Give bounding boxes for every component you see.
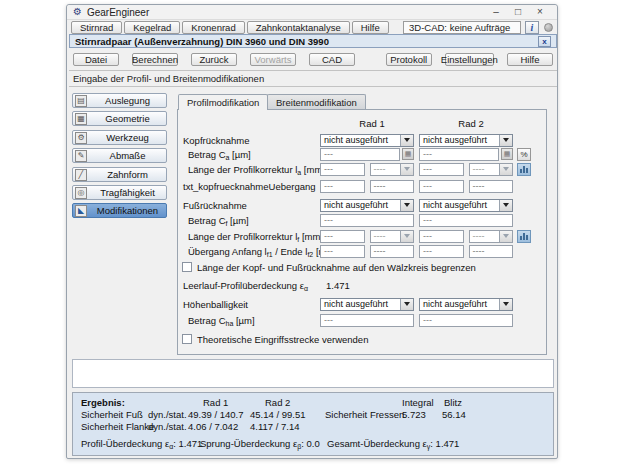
row-leerlauf-profilueberdeckung: Leerlauf-Profilüberdeckung εα 1.471 (178, 278, 546, 292)
sicherheit-fuss-mode: dyn./stat. (148, 409, 187, 420)
chevron-down-icon[interactable] (499, 135, 512, 146)
menu-stirnrad[interactable]: Stirnrad (71, 21, 122, 34)
status-indicator-dot (544, 23, 553, 32)
menu-kronenrad[interactable]: Kronenrad (182, 21, 244, 34)
betrag-ca-rad1-input[interactable]: --- (320, 148, 400, 161)
row-kopfruecknahme: Kopfrücknahme nicht ausgeführt nicht aus… (178, 133, 546, 147)
diagram-button[interactable] (517, 163, 531, 176)
chevron-down-icon (499, 164, 512, 175)
laenge-f-rad2-input[interactable]: --- (419, 230, 464, 243)
toolbar-cad-button[interactable]: CAD (309, 53, 355, 66)
toolbar-datei-button[interactable]: Datei (73, 53, 119, 66)
leerlauf-value: 1.471 (326, 280, 350, 291)
row-laenge-profilkorrektur-a: Länge der Profilkorrektur la [mm] --- --… (178, 162, 546, 176)
uebergang-kopf-input-4[interactable]: ---- (469, 180, 514, 193)
uebergang-kopf-input-1[interactable]: --- (320, 180, 365, 193)
laenge-f-rad1-input[interactable]: --- (320, 230, 365, 243)
row-hoehenballigkeit: Höhenballigkeit nicht ausgeführt nicht a… (178, 297, 546, 311)
menu-zahnkontaktanalyse[interactable]: Zahnkontaktanalyse (247, 21, 350, 34)
chevron-down-icon (400, 231, 413, 242)
betrag-cf-rad1-input[interactable]: --- (320, 214, 414, 227)
sicherheit-flanke-rad1-value: 4.06 / 7.042 (188, 421, 238, 432)
toolbar-hilfe-button[interactable]: Hilfe (507, 53, 553, 66)
sicherheit-flanke-label: Sicherheit Flanke (81, 421, 154, 432)
calculator-icon: ▦ (402, 148, 414, 160)
bar-chart-icon (520, 165, 529, 173)
document-bar: Stirnradpaar (Außenverzahnung) DIN 3960 … (69, 34, 557, 48)
hoehenballigkeit-rad2-select[interactable]: nicht ausgeführt (419, 298, 513, 311)
gesamt-ueberdeckung: Gesamt-Überdeckung εγ: 1.471 (327, 438, 459, 449)
sicherheit-fuss-label: Sicherheit Fuß (81, 409, 143, 420)
toolbar-berechnen-button[interactable]: Berechnen (132, 53, 178, 66)
laenge-a-rad1-input[interactable]: --- (320, 163, 365, 176)
uebergang-kopf-input-2[interactable]: ---- (370, 180, 415, 193)
sidebar-item-auslegung[interactable]: ▤ Auslegung (72, 93, 167, 108)
waelzkreis-checkbox-row[interactable]: Länge der Kopf- und Fußrücknahme auf den… (182, 261, 476, 273)
toolbar-einstellungen-button[interactable]: Einstellungen (445, 53, 494, 66)
laenge-f-rad2-select: ---- (469, 230, 513, 243)
sidebar-item-modifikationen[interactable]: ◣ Modifikationen (72, 203, 167, 218)
title-bar: ⚙ GearEngineer – □ × (67, 5, 557, 20)
row-kopfruecknahme-uebergang: txt_kopfruecknahmeUebergang --- ---- ---… (178, 179, 546, 193)
betrag-cha-rad1-input[interactable]: --- (320, 314, 414, 327)
chevron-down-icon (499, 231, 512, 242)
fussruecknahme-rad2-select[interactable]: nicht ausgeführt (419, 199, 513, 212)
fussruecknahme-label: Fußrücknahme (178, 200, 320, 211)
sidebar-item-geometrie[interactable]: ▦ Geometrie (72, 111, 167, 126)
auslegung-icon: ▤ (75, 95, 87, 107)
uebergang-fuss-input-2[interactable]: ---- (370, 245, 415, 258)
chevron-down-icon (400, 164, 413, 175)
app-window: ⚙ GearEngineer – □ × Stirnrad Kegelrad K… (66, 4, 558, 459)
waelzkreis-checkbox[interactable] (182, 262, 192, 272)
toolbar-zurueck-button[interactable]: Zurück (191, 53, 237, 66)
sidebar-item-werkzeug[interactable]: ⚙ Werkzeug (72, 130, 167, 145)
betrag-cha-rad2-input[interactable]: --- (419, 314, 513, 327)
percent-button[interactable]: % (517, 148, 531, 161)
betrag-ca-rad2-input[interactable]: --- (419, 148, 499, 161)
tab-breitenmodifikation[interactable]: Breitenmodifikation (267, 94, 366, 109)
diagram-button[interactable] (517, 230, 531, 243)
chevron-down-icon[interactable] (499, 200, 512, 211)
sidebar-item-abmasse[interactable]: ✎ Abmaße (72, 148, 167, 163)
chevron-down-icon[interactable] (400, 200, 413, 211)
menu-hilfe[interactable]: Hilfe (352, 21, 389, 34)
chevron-down-icon[interactable] (499, 299, 512, 310)
document-close-icon[interactable]: x (538, 36, 551, 47)
sprung-ueberdeckung: Sprung-Überdeckung εβ: 0.0 (200, 438, 320, 449)
minimize-icon[interactable]: – (485, 5, 507, 19)
sicherheit-fressen-label: Sicherheit Fressen (325, 409, 404, 420)
sidebar-item-tragfaehigkeit[interactable]: ◎ Tragfähigkeit (72, 185, 167, 200)
uebergang-fuss-input-1[interactable]: --- (320, 245, 365, 258)
toolbar-protokoll-button[interactable]: Protokoll (386, 53, 432, 66)
geometrie-icon: ▦ (75, 113, 87, 125)
laenge-f-label: Länge der Profilkorrektur lf [mm] (178, 231, 320, 242)
row-betrag-ca: Betrag Ca [µm] --- ▦ --- ▦ % (178, 147, 546, 161)
eingriffsstrecke-checkbox-row[interactable]: Theoretische Eingriffsstrecke verwenden (182, 333, 368, 345)
uebergang-fuss-input-4[interactable]: ---- (469, 245, 514, 258)
laenge-a-label: Länge der Profilkorrektur la [mm] (178, 164, 320, 175)
chevron-down-icon[interactable] (400, 299, 413, 310)
kopfruecknahme-uebergang-label: txt_kopfruecknahmeUebergang (178, 181, 320, 192)
results-panel: Ergebnis: Rad 1 Rad 2 Integral Blitz Sic… (72, 392, 554, 456)
info-icon[interactable]: i (525, 21, 539, 34)
menu-kegelrad[interactable]: Kegelrad (124, 21, 180, 34)
row-fussruecknahme: Fußrücknahme nicht ausgeführt nicht ausg… (178, 198, 546, 212)
row-betrag-cf: Betrag Cf [µm] --- --- (178, 213, 546, 227)
eingriffsstrecke-checkbox[interactable] (182, 334, 192, 344)
chevron-down-icon[interactable] (400, 135, 413, 146)
menu-bar: Stirnrad Kegelrad Kronenrad Zahnkontakta… (67, 20, 557, 35)
sidebar-item-zahnform[interactable]: ╱ Zahnform (72, 167, 167, 182)
kopfruecknahme-rad1-select[interactable]: nicht ausgeführt (320, 134, 414, 147)
betrag-cha-label: Betrag Cha [µm] (178, 315, 320, 326)
tab-profilmodifikation[interactable]: Profilmodifikation (178, 94, 268, 110)
waelzkreis-checkbox-label: Länge der Kopf- und Fußrücknahme auf den… (197, 262, 476, 273)
uebergang-kopf-input-3[interactable]: --- (419, 180, 464, 193)
uebergang-fuss-input-3[interactable]: --- (419, 245, 464, 258)
kopfruecknahme-rad2-select[interactable]: nicht ausgeführt (419, 134, 513, 147)
close-icon[interactable]: × (529, 5, 551, 19)
laenge-a-rad2-input[interactable]: --- (419, 163, 464, 176)
hoehenballigkeit-rad1-select[interactable]: nicht ausgeführt (320, 298, 414, 311)
maximize-icon[interactable]: □ (507, 5, 529, 19)
fussruecknahme-rad1-select[interactable]: nicht ausgeführt (320, 199, 414, 212)
betrag-cf-rad2-input[interactable]: --- (419, 214, 513, 227)
